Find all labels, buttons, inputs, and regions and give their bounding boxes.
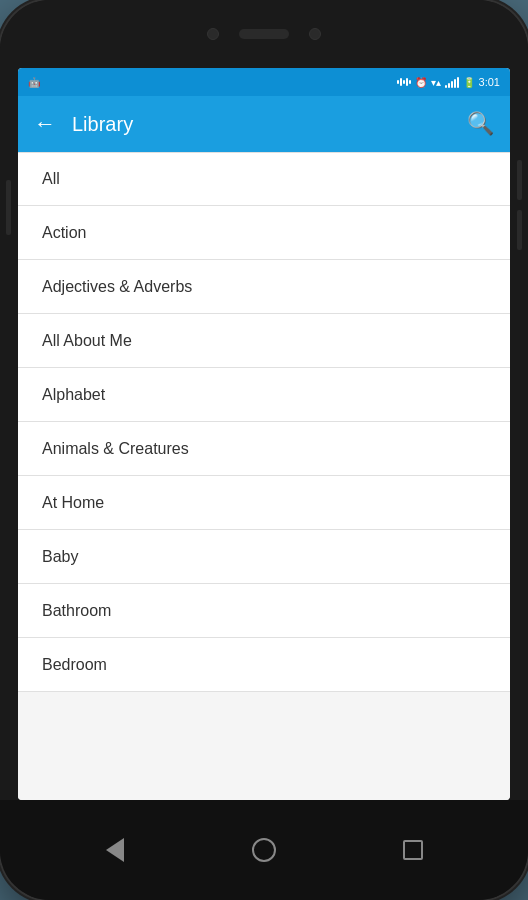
camera-front — [309, 28, 321, 40]
camera — [207, 28, 219, 40]
signal-icon — [445, 76, 459, 88]
volume-up-button[interactable] — [517, 160, 522, 200]
list-item-adjectives[interactable]: Adjectives & Adverbs — [18, 260, 510, 314]
back-button[interactable]: ← — [34, 111, 56, 137]
android-icon: 🤖 — [28, 77, 40, 88]
list-item-label: Baby — [42, 548, 78, 566]
list-item-label: Animals & Creatures — [42, 440, 189, 458]
wifi-icon: ▾▴ — [431, 77, 441, 88]
volume-down-button[interactable] — [517, 210, 522, 250]
power-button[interactable] — [6, 180, 11, 235]
speaker — [239, 29, 289, 39]
list-item-bathroom[interactable]: Bathroom — [18, 584, 510, 638]
home-circle-icon — [252, 838, 276, 862]
vibrate-icon — [397, 78, 411, 86]
status-right: ⏰ ▾▴ 🔋 3:01 — [397, 76, 500, 88]
list-item-all-about-me[interactable]: All About Me — [18, 314, 510, 368]
list-item-label: All — [42, 170, 60, 188]
list-item-label: Bathroom — [42, 602, 111, 620]
phone-frame: 🤖 ⏰ ▾▴ — [0, 0, 528, 900]
list-item-label: Bedroom — [42, 656, 107, 674]
phone-screen: 🤖 ⏰ ▾▴ — [18, 68, 510, 800]
app-bar: ← Library 🔍 — [18, 96, 510, 152]
list-item-label: Action — [42, 224, 86, 242]
battery-icon: 🔋 — [463, 77, 475, 88]
navigation-bar — [0, 800, 528, 900]
list-item-label: Alphabet — [42, 386, 105, 404]
status-left: 🤖 — [28, 77, 40, 88]
list-item-label: Adjectives & Adverbs — [42, 278, 192, 296]
recent-square-icon — [403, 840, 423, 860]
search-icon[interactable]: 🔍 — [467, 111, 494, 137]
list-item-label: All About Me — [42, 332, 132, 350]
list-item-alphabet[interactable]: Alphabet — [18, 368, 510, 422]
list-item-bedroom[interactable]: Bedroom — [18, 638, 510, 692]
nav-home-button[interactable] — [248, 834, 280, 866]
list-item-label: At Home — [42, 494, 104, 512]
back-triangle-icon — [106, 838, 124, 862]
phone-top — [0, 0, 528, 68]
status-bar: 🤖 ⏰ ▾▴ — [18, 68, 510, 96]
status-time: 3:01 — [479, 76, 500, 88]
library-list: All Action Adjectives & Adverbs All Abou… — [18, 152, 510, 800]
list-item-all[interactable]: All — [18, 152, 510, 206]
nav-back-button[interactable] — [99, 834, 131, 866]
list-item-action[interactable]: Action — [18, 206, 510, 260]
list-item-animals[interactable]: Animals & Creatures — [18, 422, 510, 476]
alarm-icon: ⏰ — [415, 77, 427, 88]
app-title: Library — [72, 113, 451, 136]
list-item-at-home[interactable]: At Home — [18, 476, 510, 530]
nav-recent-button[interactable] — [397, 834, 429, 866]
list-item-baby[interactable]: Baby — [18, 530, 510, 584]
